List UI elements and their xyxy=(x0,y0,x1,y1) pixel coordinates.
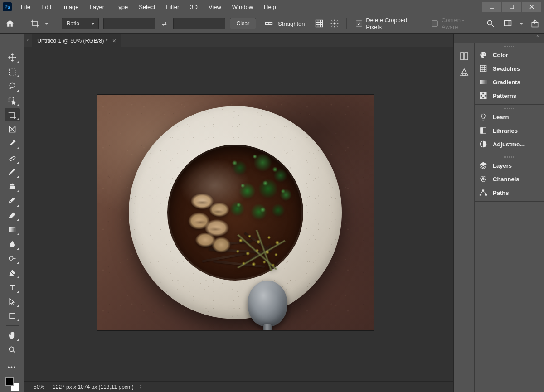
panel-grip[interactable] xyxy=(475,155,544,159)
chevron-down-icon[interactable] xyxy=(45,23,49,25)
properties-panel-icon[interactable] xyxy=(459,67,470,78)
panel-group-layers: Layers Channels Paths xyxy=(475,153,544,202)
tool-options-bar: Ratio ⇄ Clear Straighten Delete Cropped … xyxy=(0,14,544,34)
window-close-button[interactable] xyxy=(522,2,541,12)
foreground-color-swatch[interactable] xyxy=(5,377,14,386)
status-menu-chevron[interactable]: 〉 xyxy=(139,383,144,390)
menu-help[interactable]: Help xyxy=(259,2,281,12)
eraser-tool[interactable] xyxy=(5,209,20,223)
divider xyxy=(23,18,23,29)
window-maximize-button[interactable] xyxy=(502,2,521,12)
panel-paths[interactable]: Paths xyxy=(475,186,544,199)
straighten-group: Straighten xyxy=(263,18,305,29)
gradients-icon xyxy=(479,78,487,86)
menu-3d[interactable]: 3D xyxy=(185,2,202,12)
document-canvas[interactable] xyxy=(97,95,374,330)
menu-layer[interactable]: Layer xyxy=(85,2,109,12)
crop-overlay-icon[interactable] xyxy=(314,18,325,29)
svg-point-36 xyxy=(483,53,484,53)
healing-brush-tool[interactable] xyxy=(5,151,20,165)
crop-ratio-dropdown[interactable]: Ratio xyxy=(62,18,99,29)
status-zoom[interactable]: 50% xyxy=(34,384,44,390)
straighten-icon[interactable] xyxy=(263,18,274,29)
straighten-label[interactable]: Straighten xyxy=(278,20,305,27)
panel-swatches[interactable]: Swatches xyxy=(475,62,544,75)
palette-icon xyxy=(479,51,487,59)
delete-cropped-checkbox[interactable] xyxy=(356,20,362,27)
swap-dimensions-button[interactable]: ⇄ xyxy=(160,20,169,27)
svg-rect-38 xyxy=(480,65,486,72)
share-icon[interactable] xyxy=(529,18,540,29)
workspace-switcher-icon[interactable] xyxy=(502,18,513,29)
menu-select[interactable]: Select xyxy=(134,2,160,12)
status-dimensions[interactable]: 1227 px x 1074 px (118,11 ppcm) xyxy=(53,384,134,390)
title-menu-bar: Ps File Edit Image Layer Type Select Fil… xyxy=(0,0,544,14)
frame-tool[interactable] xyxy=(5,122,20,136)
lightbulb-icon xyxy=(479,113,487,121)
crop-height-input[interactable] xyxy=(173,18,225,29)
close-icon[interactable]: × xyxy=(112,37,116,44)
crop-tool[interactable] xyxy=(5,108,20,122)
search-icon[interactable] xyxy=(485,18,496,29)
history-brush-tool[interactable] xyxy=(5,194,20,208)
marquee-tool[interactable] xyxy=(5,65,20,79)
panel-gradients[interactable]: Gradients xyxy=(475,75,544,89)
panel-patterns[interactable]: Patterns xyxy=(475,89,544,102)
edit-toolbar-button[interactable]: ••• xyxy=(5,362,20,372)
window-minimize-button[interactable] xyxy=(482,2,501,12)
chevron-down-icon[interactable] xyxy=(520,23,523,25)
menu-edit[interactable]: Edit xyxy=(37,2,56,12)
clone-stamp-tool[interactable] xyxy=(5,180,20,194)
clear-button[interactable]: Clear xyxy=(230,18,257,29)
pen-tool[interactable] xyxy=(5,266,20,280)
menu-view[interactable]: View xyxy=(204,2,226,12)
gradient-tool[interactable] xyxy=(5,223,20,237)
crop-settings-icon[interactable] xyxy=(329,18,340,29)
content-aware-checkbox[interactable] xyxy=(432,20,438,27)
svg-point-37 xyxy=(484,54,485,55)
shape-tool[interactable] xyxy=(5,309,20,323)
eyedropper-tool[interactable] xyxy=(5,137,20,150)
libraries-icon xyxy=(479,126,487,135)
svg-line-15 xyxy=(492,25,494,27)
lasso-tool[interactable] xyxy=(5,79,20,93)
svg-rect-24 xyxy=(9,156,15,161)
delete-cropped-group[interactable]: Delete Cropped Pixels xyxy=(356,17,424,30)
history-panel-icon[interactable] xyxy=(459,51,470,62)
path-select-tool[interactable] xyxy=(5,295,20,309)
brush-tool[interactable] xyxy=(5,166,20,179)
zoom-tool[interactable] xyxy=(5,343,20,357)
svg-rect-8 xyxy=(316,20,323,27)
home-button[interactable] xyxy=(4,17,16,30)
panel-channels[interactable]: Channels xyxy=(475,172,544,186)
panel-expand-handle[interactable]: ›› xyxy=(24,34,32,47)
panel-learn[interactable]: Learn xyxy=(475,110,544,124)
panel-grip[interactable] xyxy=(475,106,544,110)
panel-layers[interactable]: Layers xyxy=(475,159,544,172)
menu-window[interactable]: Window xyxy=(228,2,257,12)
quick-select-tool[interactable] xyxy=(5,94,20,107)
crop-tool-preset-icon[interactable] xyxy=(29,18,40,29)
svg-point-13 xyxy=(334,23,336,25)
blur-tool[interactable] xyxy=(5,237,20,251)
panel-adjustments[interactable]: Adjustme... xyxy=(475,137,544,151)
panel-color[interactable]: Color xyxy=(475,48,544,62)
menu-filter[interactable]: Filter xyxy=(161,2,184,12)
move-tool[interactable] xyxy=(5,51,20,64)
adjustments-icon xyxy=(479,140,487,148)
menu-type[interactable]: Type xyxy=(111,2,132,12)
menu-file[interactable]: File xyxy=(16,2,35,12)
svg-rect-28 xyxy=(12,258,15,259)
dodge-tool[interactable] xyxy=(5,252,20,266)
panel-libraries[interactable]: Libraries xyxy=(475,124,544,137)
foreground-background-swatches[interactable] xyxy=(5,377,20,392)
menu-image[interactable]: Image xyxy=(58,2,83,12)
content-aware-group[interactable]: Content-Aware xyxy=(432,17,481,30)
crop-width-input[interactable] xyxy=(103,18,155,29)
hand-tool[interactable] xyxy=(5,329,20,342)
panel-grip[interactable] xyxy=(475,44,544,48)
document-tab[interactable]: Untitled-1 @ 50% (RGB/8) * × xyxy=(32,34,121,47)
paths-icon xyxy=(479,189,487,197)
type-tool[interactable] xyxy=(5,281,20,294)
right-panel-collapse[interactable]: ‹‹ xyxy=(454,34,544,43)
